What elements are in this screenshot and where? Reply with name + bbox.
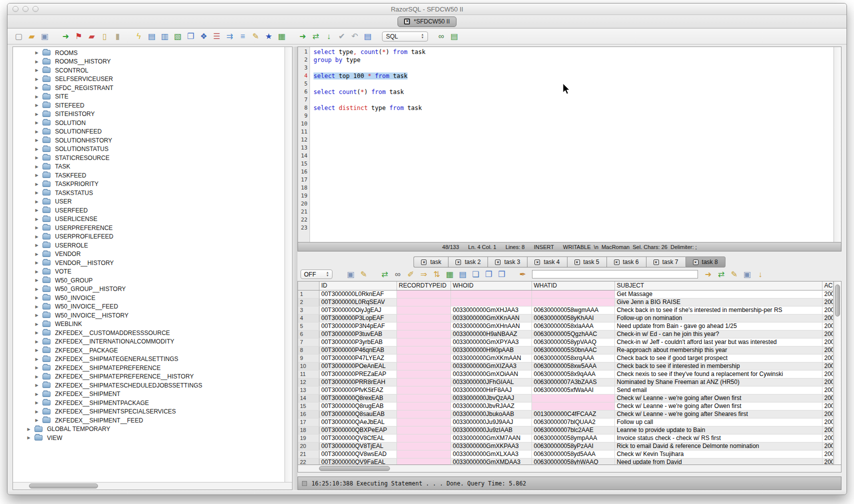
result-tab-task-4[interactable]: ✕task 4: [527, 256, 566, 268]
cell[interactable]: 00T3000000Q8rugEAB: [319, 402, 396, 410]
cell[interactable]: Need update from David: [614, 458, 822, 464]
cell[interactable]: 200: [822, 426, 834, 434]
cell[interactable]: 200: [822, 418, 834, 426]
reference-book-icon[interactable]: ❖: [198, 31, 209, 42]
cell[interactable]: 0033000000GmXLXAA3: [450, 450, 532, 458]
editor-line[interactable]: 16: [298, 168, 841, 176]
filter-select[interactable]: OFF ▲▼: [300, 270, 332, 279]
disclosure-triangle-icon[interactable]: ▶: [34, 366, 40, 370]
cell[interactable]: 00T3000000PRR8rEAH: [319, 378, 396, 386]
editor-line[interactable]: 6select count(*) from task: [298, 88, 841, 96]
tree-item-userlicense[interactable]: ▶USERLICENSE: [13, 215, 284, 224]
disclosure-triangle-icon[interactable]: ▶: [34, 217, 40, 222]
results-list-icon[interactable]: ▤: [449, 31, 460, 42]
cell[interactable]: [396, 418, 450, 426]
table-row[interactable]: 1300T3000000PfvKSEAZ0033000000HirF8AAJ00…: [298, 386, 834, 394]
tree-item-userprofilefeed[interactable]: ▶USERPROFILEFEED: [13, 232, 284, 242]
cell[interactable]: 0033000000H9i0pAAB: [450, 346, 532, 354]
browse-data-icon[interactable]: ∞: [436, 31, 446, 42]
new-file-icon[interactable]: ▢: [14, 31, 24, 42]
disclosure-triangle-icon[interactable]: ▶: [34, 50, 40, 55]
cell[interactable]: 00630000005S0bnAAC: [532, 346, 614, 354]
refresh-icon[interactable]: ⇄: [380, 269, 390, 280]
editor-line[interactable]: 19: [298, 192, 841, 200]
cell[interactable]: 006300000058ypVAAQ: [532, 338, 614, 346]
editor-line[interactable]: 13: [298, 144, 841, 152]
cell[interactable]: 200: [822, 402, 834, 410]
tree-item-sfdc_registrant[interactable]: ▶SFDC_REGISTRANT: [13, 84, 284, 92]
cell[interactable]: 200: [822, 394, 834, 402]
tree-item-solution[interactable]: ▶SOLUTION: [13, 118, 284, 128]
disclosure-triangle-icon[interactable]: ▶: [34, 68, 40, 72]
tree-item-scontrol[interactable]: ▶SCONTROL: [13, 66, 284, 75]
tree-item-zkfedex__shipmatescheduledjobssettings[interactable]: ▶ZKFEDEX__SHIPMATESCHEDULEDJOBSSETTINGS: [13, 381, 284, 390]
connection-flag-icon[interactable]: ⚑: [74, 31, 84, 42]
tree-item-solutionhistory[interactable]: ▶SOLUTIONHISTORY: [13, 136, 284, 145]
table-row[interactable]: 2100T3000000QV8wsEAD0033000000GmXLXAA300…: [298, 450, 834, 458]
cell[interactable]: 0033000000JbvRJAAZ: [450, 402, 532, 410]
table-row[interactable]: 200T3000000L0RqSEAVGive Jenn a BIG RAISE…: [298, 298, 834, 306]
export-data-icon[interactable]: ▥: [160, 31, 170, 42]
cell[interactable]: Check w/ Leanne - we're going after Owen…: [614, 402, 822, 410]
cell[interactable]: 0033000000HirF8AAJ: [450, 386, 532, 394]
cell[interactable]: 200: [822, 330, 834, 338]
cell[interactable]: 0033000000JbvQzAAJ: [450, 394, 532, 402]
tree-item-sitefeed[interactable]: ▶SITEFEED: [13, 101, 284, 110]
cell[interactable]: 00T3000000POeAnEAL: [319, 362, 396, 370]
disclosure-triangle-icon[interactable]: ▶: [34, 270, 40, 274]
cell[interactable]: 00T3000000OiyJgEAJ: [319, 306, 396, 314]
cell[interactable]: Check back in to see if she's interested…: [614, 306, 822, 314]
cell[interactable]: 0013000000C4fFCAAZ: [532, 410, 614, 418]
cell[interactable]: 0033000000GmXHJAA3: [450, 306, 532, 314]
editor-line[interactable]: 12: [298, 136, 841, 144]
tree-item-solutionstatus[interactable]: ▶SOLUTIONSTATUS: [13, 145, 284, 154]
cell[interactable]: 006300000058yKhAAI: [532, 314, 614, 322]
cell[interactable]: 0033000000Ju9zIAAB: [450, 426, 532, 434]
tree-item-w50_group[interactable]: ▶W50_GROUP: [13, 276, 284, 285]
cell[interactable]: 0033000000GmXKnAAN: [450, 314, 532, 322]
disclosure-triangle-icon[interactable]: ▶: [34, 243, 40, 248]
minimize-window-icon[interactable]: [22, 6, 28, 12]
tree-item-selfserviceuser[interactable]: ▶SELFSERVICEUSER: [13, 75, 284, 84]
cell[interactable]: 0033000000GmXPYAA3: [450, 338, 532, 346]
disclosure-triangle-icon[interactable]: ▶: [34, 348, 40, 352]
cell[interactable]: Check back to see if good target prospec…: [614, 354, 822, 362]
sidebar-vertical-scrollbar[interactable]: [284, 47, 292, 482]
cell[interactable]: [396, 394, 450, 402]
result-tab-task-3[interactable]: ✕task 3: [488, 256, 527, 268]
cell[interactable]: 200: [822, 458, 834, 464]
cell[interactable]: 200: [822, 450, 834, 458]
cell[interactable]: 00T3000000P3yrbEAB: [319, 338, 396, 346]
disclosure-triangle-icon[interactable]: ▶: [34, 392, 40, 396]
tree-item-w50_group__history[interactable]: ▶W50_GROUP__HISTORY: [13, 285, 284, 294]
cell[interactable]: 00T3000000P46qnEAB: [319, 346, 396, 354]
tree-item-w50_invoice__history[interactable]: ▶W50_INVOICE__HISTORY: [13, 311, 284, 320]
cell[interactable]: 00T3000000Q8rexEAB: [319, 394, 396, 402]
result-tab-task-2[interactable]: ✕task 2: [448, 256, 488, 268]
cell[interactable]: Rick to email David & reference Delmonte…: [614, 442, 822, 450]
editor-line[interactable]: 14: [298, 152, 841, 160]
close-document-icon[interactable]: ✕: [404, 18, 410, 24]
table-row[interactable]: 500T3000000P3N4pEAF0033000000GmXHnAAN006…: [298, 322, 834, 330]
disclosure-triangle-icon[interactable]: ▶: [34, 60, 40, 64]
tree-item-sitehistory[interactable]: ▶SITEHISTORY: [13, 110, 284, 119]
disclosure-triangle-icon[interactable]: ▶: [34, 103, 40, 108]
cell[interactable]: 00T3000000QAeJbEAL: [319, 418, 396, 426]
cell[interactable]: 00T3000000QV9FaEAL: [319, 458, 396, 464]
go-forward-icon[interactable]: ➜: [298, 31, 308, 42]
disclosure-triangle-icon[interactable]: ▶: [34, 374, 40, 379]
close-tab-icon[interactable]: ✕: [421, 260, 426, 265]
cell[interactable]: Check-in w/ Ed - can he join this year?: [614, 330, 822, 338]
cell[interactable]: 006300000058ympAAA: [532, 434, 614, 442]
editor-line[interactable]: 3: [298, 64, 841, 72]
column-header-id[interactable]: ID: [319, 282, 396, 290]
close-window-icon[interactable]: [12, 6, 18, 12]
sort-icon[interactable]: ⇅: [432, 269, 442, 280]
cell[interactable]: Check w/ Kevin Tsujihara: [614, 450, 822, 458]
close-tab-icon[interactable]: ✕: [574, 260, 580, 265]
cell[interactable]: 006300000058yhWAAQ: [532, 458, 614, 464]
copy-results-icon[interactable]: ❐: [484, 269, 494, 280]
cell[interactable]: Invoice status check - check w/ RS first: [614, 434, 822, 442]
cell[interactable]: 200: [822, 434, 834, 442]
scrollbar-thumb[interactable]: [835, 284, 840, 316]
